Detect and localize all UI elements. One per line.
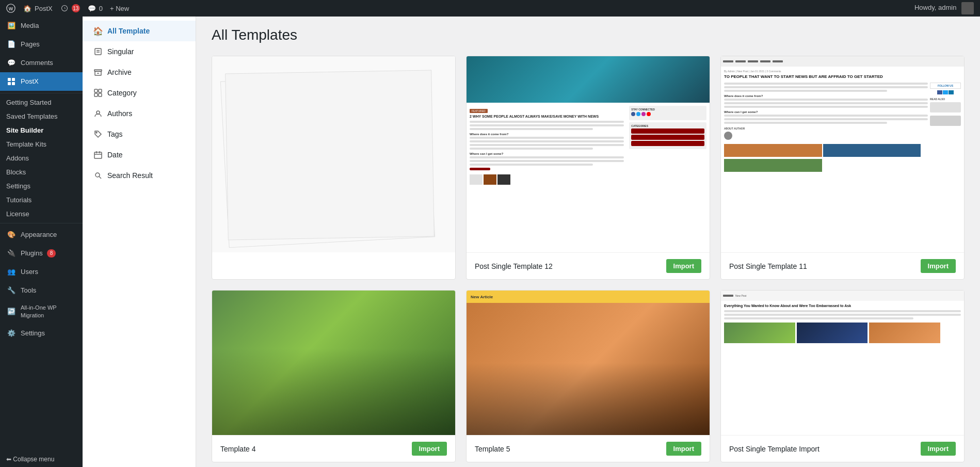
sub-sidebar-label-date: Date [107, 151, 123, 159]
sub-sidebar-label-search-result: Search Result [107, 171, 153, 180]
template-4-preview [212, 291, 455, 435]
search-result-icon [93, 170, 103, 181]
singular-icon [93, 46, 103, 57]
admin-bar-right: Howdy, admin [914, 2, 974, 14]
template-5-name: Template 5 [475, 445, 510, 453]
template-card-scratch[interactable]: + Start from Scratch [212, 56, 456, 280]
sidebar-item-settings[interactable]: Settings [0, 179, 83, 193]
template-import-preview: New Post Everything You Wanted to Know A… [721, 291, 964, 435]
wp-logo-item[interactable]: W [6, 4, 15, 13]
svg-rect-13 [99, 89, 102, 92]
sidebar-item-settings-main[interactable]: ⚙️ Settings [0, 324, 83, 343]
updates-item[interactable]: 13 [60, 4, 80, 13]
template-card-11[interactable]: New Post By Admin | New Post | Jan 01 20… [720, 56, 965, 280]
sidebar-item-tutorials[interactable]: Tutorials [0, 193, 83, 207]
date-icon [93, 150, 103, 160]
sub-sidebar-item-archive[interactable]: Archive [83, 62, 196, 83]
sub-sidebar-label-tags: Tags [107, 130, 123, 138]
comment-count: 0 [99, 5, 103, 12]
template-12-footer: Post Single Template 12 Import [467, 252, 710, 279]
sidebar-label-pages: Pages [21, 40, 40, 49]
template-12-import-btn[interactable]: Import [666, 259, 701, 273]
sidebar-label-tools: Tools [21, 286, 36, 295]
template-card-12[interactable]: FEATURED 2 WHY SOME PEOPLE ALMOST ALWAYS… [466, 56, 710, 280]
template-12-name: Post Single Template 12 [475, 262, 553, 270]
postx-icon [6, 76, 17, 87]
sidebar-item-site-builder[interactable]: Site Builder [0, 123, 83, 137]
template-card-import[interactable]: New Post Everything You Wanted to Know A… [720, 290, 965, 462]
comments-icon: 💬 [6, 58, 17, 68]
archive-icon [93, 67, 103, 77]
sidebar-item-media[interactable]: 🖼️ Media [0, 17, 83, 35]
users-icon: 👥 [6, 267, 17, 277]
appearance-icon: 🎨 [6, 230, 17, 240]
sidebar-item-getting-started[interactable]: Getting Started [0, 95, 83, 109]
sidebar-item-plugins[interactable]: 🔌 Plugins 8 [0, 244, 83, 263]
sidebar-item-pages[interactable]: 📄 Pages [0, 35, 83, 54]
sidebar-item-addons[interactable]: Addons [0, 151, 83, 165]
template-import-name: Post Single Template Import [729, 445, 820, 453]
sidebar-item-postx[interactable]: PostX [0, 72, 83, 91]
sidebar-item-blocks[interactable]: Blocks [0, 165, 83, 179]
template-import-btn[interactable]: Import [921, 442, 956, 456]
content-area: All Templates + Start from Scratch [196, 17, 980, 467]
sub-sidebar-item-tags[interactable]: Tags [83, 124, 196, 144]
sidebar-item-appearance[interactable]: 🎨 Appearance [0, 226, 83, 244]
template-11-footer: Post Single Template 11 Import [721, 252, 964, 279]
svg-line-23 [99, 176, 101, 179]
sidebar-item-comments[interactable]: 💬 Comments [0, 54, 83, 72]
sub-sidebar-label-category: Category [107, 89, 137, 97]
comments-item[interactable]: 💬 0 [87, 4, 103, 13]
svg-rect-12 [94, 89, 98, 92]
sidebar-item-license[interactable]: License [0, 207, 83, 221]
migration-icon: ↩️ [6, 307, 17, 317]
sub-sidebar-item-search-result[interactable]: Search Result [83, 165, 196, 186]
template-card-5[interactable]: New Article Template 5 Import [466, 290, 710, 462]
template-card-4[interactable]: Template 4 Import [212, 290, 456, 462]
template-5-import-btn[interactable]: Import [666, 442, 701, 456]
sub-sidebar-label-singular: Singular [107, 47, 134, 56]
collapse-menu[interactable]: ⬅ Collapse menu [0, 452, 83, 467]
svg-point-22 [95, 173, 100, 177]
sub-sidebar-item-category[interactable]: Category [83, 83, 196, 103]
comment-icon: 💬 [87, 4, 97, 13]
sidebar-item-saved-templates[interactable]: Saved Templates [0, 109, 83, 123]
admin-bar-left: W 🏠 PostX 13 💬 0 + New [6, 4, 906, 13]
tags-icon [93, 129, 103, 139]
sidebar-item-migration[interactable]: ↩️ All-in-One WP Migration [0, 300, 83, 324]
sub-sidebar-item-singular[interactable]: Singular [83, 41, 196, 62]
sub-sidebar: 🏠 All Template Singular Archive [83, 17, 196, 467]
main-sidebar: 🖼️ Media 📄 Pages 💬 Comments PostX Gettin… [0, 17, 83, 467]
sidebar-label-comments: Comments [21, 58, 53, 68]
sub-sidebar-item-date[interactable]: Date [83, 144, 196, 165]
sidebar-item-template-kits[interactable]: Template Kits [0, 137, 83, 151]
sidebar-item-users[interactable]: 👥 Users [0, 263, 83, 281]
sub-sidebar-label-all-template: All Template [107, 27, 150, 35]
media-icon: 🖼️ [6, 21, 17, 31]
template-grid: + Start from Scratch FEATURED 2 [212, 56, 965, 462]
template-11-import-btn[interactable]: Import [921, 259, 956, 273]
svg-rect-15 [99, 93, 102, 96]
svg-text:W: W [9, 6, 13, 11]
sub-sidebar-item-all-template[interactable]: 🏠 All Template [83, 21, 196, 41]
site-name-item[interactable]: 🏠 PostX [23, 4, 53, 13]
home-icon: 🏠 [23, 4, 32, 13]
plugins-icon: 🔌 [6, 248, 17, 259]
page-title: All Templates [212, 27, 965, 43]
svg-rect-4 [8, 82, 11, 85]
update-count: 13 [72, 4, 80, 12]
template-4-import-btn[interactable]: Import [412, 442, 447, 456]
sidebar-label-users: Users [21, 267, 38, 277]
sidebar-item-tools[interactable]: 🔧 Tools [0, 281, 83, 300]
svg-rect-5 [12, 82, 15, 85]
sidebar-label-appearance: Appearance [21, 230, 57, 239]
authors-icon [93, 108, 103, 119]
sub-sidebar-item-authors[interactable]: Authors [83, 103, 196, 124]
new-label: + New [110, 5, 129, 12]
sidebar-label-plugins: Plugins [21, 249, 43, 258]
new-item[interactable]: + New [110, 5, 129, 12]
sidebar-label-media: Media [21, 21, 39, 30]
sub-sidebar-label-authors: Authors [107, 109, 132, 118]
svg-rect-14 [94, 93, 98, 96]
svg-rect-3 [12, 78, 15, 81]
